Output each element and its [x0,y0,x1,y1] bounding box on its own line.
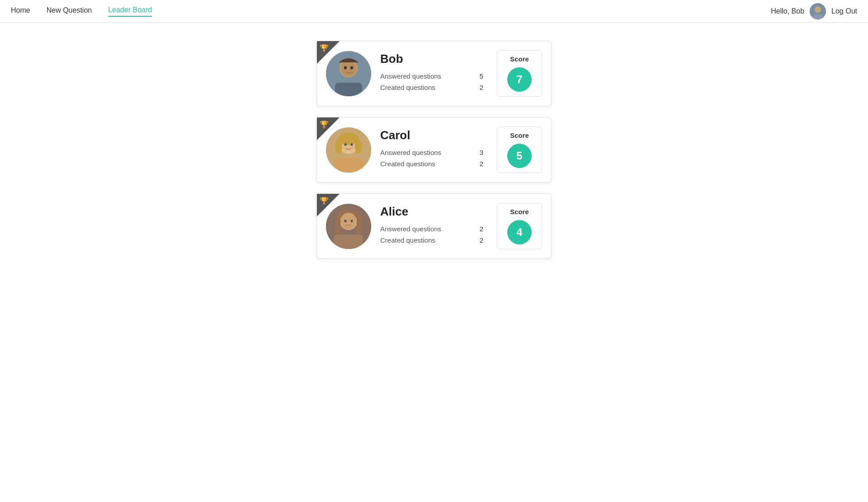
nav-home[interactable]: Home [11,6,30,16]
navbar: Home New Question Leader Board Hello, Bo… [0,0,868,23]
answered-value-carol: 3 [480,149,483,156]
created-value-bob: 2 [480,84,483,91]
score-badge-carol: 5 [507,144,532,168]
score-label-carol: Score [510,131,529,139]
card-name-carol: Carol [380,128,483,142]
svg-rect-25 [357,215,361,235]
created-label-carol: Created questions [380,160,435,168]
svg-point-6 [340,60,357,76]
card-stat-answered-carol: Answered questions 3 [380,149,483,156]
svg-rect-11 [334,158,363,173]
card-stat-created-carol: Created questions 2 [380,160,483,168]
answered-label-alice: Answered questions [380,225,441,233]
card-name-bob: Bob [380,52,483,66]
created-label-alice: Created questions [380,236,435,244]
trophy-icon-bob: 🏆 [320,44,329,52]
leaderboard-card-bob: 🏆 Bob Answered questions 5 Create [316,41,552,106]
score-badge-alice: 4 [507,220,532,244]
svg-point-15 [355,139,362,154]
answered-label-bob: Answered questions [380,72,441,80]
logout-button[interactable]: Log Out [831,7,857,15]
svg-point-19 [351,146,352,148]
score-box-carol: Score 5 [497,127,542,173]
svg-point-7 [344,66,347,69]
answered-value-alice: 2 [480,225,483,233]
svg-point-17 [351,143,353,146]
nav-new-question[interactable]: New Question [47,6,92,16]
svg-point-27 [344,220,347,222]
svg-point-18 [345,146,347,148]
card-info-bob: Bob Answered questions 5 Created questio… [371,52,492,95]
svg-point-26 [340,213,357,229]
answered-value-bob: 5 [480,72,483,80]
answered-label-carol: Answered questions [380,149,441,156]
card-stat-created-bob: Created questions 2 [380,84,483,91]
avatar-carol [326,127,371,173]
main-content: 🏆 Bob Answered questions 5 Create [0,23,868,277]
nav-right: Hello, Bob Log Out [771,3,857,19]
score-label-alice: Score [510,208,529,216]
created-label-bob: Created questions [380,84,435,91]
svg-point-14 [335,139,342,154]
card-name-alice: Alice [380,205,483,219]
card-info-alice: Alice Answered questions 2 Created quest… [371,205,492,248]
svg-point-16 [344,143,347,146]
nav-leader-board[interactable]: Leader Board [108,6,152,17]
card-stat-answered-alice: Answered questions 2 [380,225,483,233]
svg-point-8 [350,66,353,69]
avatar-alice [326,204,371,249]
score-label-bob: Score [510,55,529,63]
nav-left: Home New Question Leader Board [11,6,152,17]
hello-text: Hello, Bob [771,7,804,15]
score-box-bob: Score 7 [497,50,542,97]
leaderboard-card-alice: 🏆 Alice Answered questions 2 [316,193,552,259]
trophy-icon-carol: 🏆 [320,120,329,129]
score-badge-bob: 7 [507,67,532,92]
avatar-bob [326,51,371,96]
score-box-alice: Score 4 [497,203,542,249]
trophy-icon-alice: 🏆 [320,197,329,205]
svg-rect-5 [335,83,362,96]
card-stat-created-alice: Created questions 2 [380,236,483,244]
svg-rect-22 [334,235,363,249]
created-value-carol: 2 [480,160,483,168]
svg-point-28 [351,220,353,222]
svg-point-1 [815,6,821,13]
card-info-carol: Carol Answered questions 3 Created quest… [371,128,492,171]
user-avatar [810,3,826,19]
svg-rect-24 [336,215,340,235]
leaderboard-card-carol: 🏆 Carol A [316,117,552,183]
card-stat-answered-bob: Answered questions 5 [380,72,483,80]
created-value-alice: 2 [480,236,483,244]
